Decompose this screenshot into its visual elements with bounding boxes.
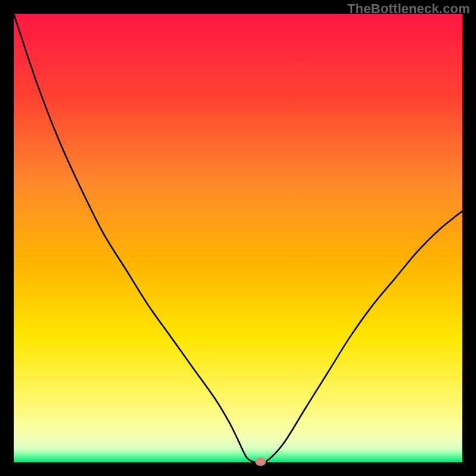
- gradient-background: [14, 14, 462, 462]
- bottleneck-chart: [14, 14, 462, 462]
- optimal-point-marker: [255, 458, 266, 466]
- chart-frame: TheBottleneck.com: [0, 0, 476, 476]
